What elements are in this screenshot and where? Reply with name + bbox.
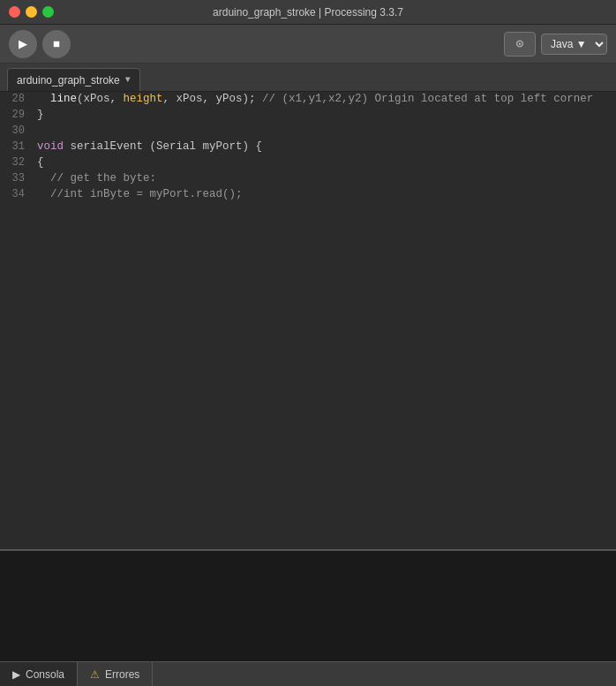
play-icon: ▶ <box>19 37 27 50</box>
tab-errores[interactable]: ⚠ Errores <box>78 662 153 687</box>
minimize-button[interactable] <box>26 6 37 18</box>
code-row: 31void serialEvent (Serial myPort) { <box>0 139 616 155</box>
file-tab[interactable]: arduino_graph_stroke ▼ <box>7 68 140 91</box>
code-row: 34 //int inByte = myPort.read(); <box>0 187 616 203</box>
play-button[interactable]: ▶ <box>9 30 37 58</box>
errores-label: Errores <box>105 668 139 681</box>
stop-icon: ■ <box>53 37 60 50</box>
line-number: 28 <box>0 92 32 108</box>
code-line-content[interactable]: } <box>32 108 616 124</box>
tab-bar: arduino_graph_stroke ▼ <box>0 64 616 92</box>
serial-icon: ⊙ <box>516 36 523 51</box>
toolbar: ▶ ■ ⊙ Java ▼ <box>0 25 616 64</box>
line-number: 29 <box>0 108 32 124</box>
code-line-content[interactable]: //int inByte = myPort.read(); <box>32 187 616 203</box>
console-content[interactable] <box>0 551 616 661</box>
consola-label: Consola <box>26 668 64 681</box>
console-area: ▶ Consola ⚠ Errores <box>0 549 616 686</box>
code-row: 33 // get the byte: <box>0 171 616 187</box>
maximize-button[interactable] <box>42 6 54 18</box>
code-area: 28 line(xPos, height, xPos, yPos); // (x… <box>0 92 616 549</box>
java-selector[interactable]: Java ▼ <box>541 34 607 55</box>
tab-label: arduino_graph_stroke <box>17 74 120 87</box>
code-scroll[interactable]: 28 line(xPos, height, xPos, yPos); // (x… <box>0 92 616 549</box>
line-number: 34 <box>0 187 32 203</box>
errores-icon: ⚠ <box>90 668 100 681</box>
code-row: 30 <box>0 124 616 139</box>
code-line-content[interactable] <box>32 124 616 139</box>
code-line-content[interactable]: // get the byte: <box>32 171 616 187</box>
line-number: 32 <box>0 155 32 171</box>
close-button[interactable] <box>9 6 20 18</box>
title-bar: arduino_graph_stroke | Processing 3.3.7 <box>0 0 616 25</box>
window-title: arduino_graph_stroke | Processing 3.3.7 <box>213 6 403 19</box>
window-controls <box>9 6 54 18</box>
toolbar-right: ⊙ Java ▼ <box>504 32 607 57</box>
code-row: 28 line(xPos, height, xPos, yPos); // (x… <box>0 92 616 108</box>
tab-consola[interactable]: ▶ Consola <box>0 662 78 687</box>
code-row: 32{ <box>0 155 616 171</box>
code-row: 29} <box>0 108 616 124</box>
line-number: 33 <box>0 171 32 187</box>
code-line-content[interactable]: line(xPos, height, xPos, yPos); // (x1,y… <box>32 92 616 108</box>
bottom-tabs: ▶ Consola ⚠ Errores <box>0 661 616 686</box>
serial-monitor-button[interactable]: ⊙ <box>504 32 536 57</box>
code-line-content[interactable]: { <box>32 155 616 171</box>
tab-dropdown-icon: ▼ <box>125 75 131 85</box>
code-container: 28 line(xPos, height, xPos, yPos); // (x… <box>0 92 616 203</box>
line-number: 30 <box>0 124 32 139</box>
consola-icon: ▶ <box>12 668 20 681</box>
code-line-content[interactable]: void serialEvent (Serial myPort) { <box>32 139 616 155</box>
stop-button[interactable]: ■ <box>42 30 71 58</box>
line-number: 31 <box>0 139 32 155</box>
